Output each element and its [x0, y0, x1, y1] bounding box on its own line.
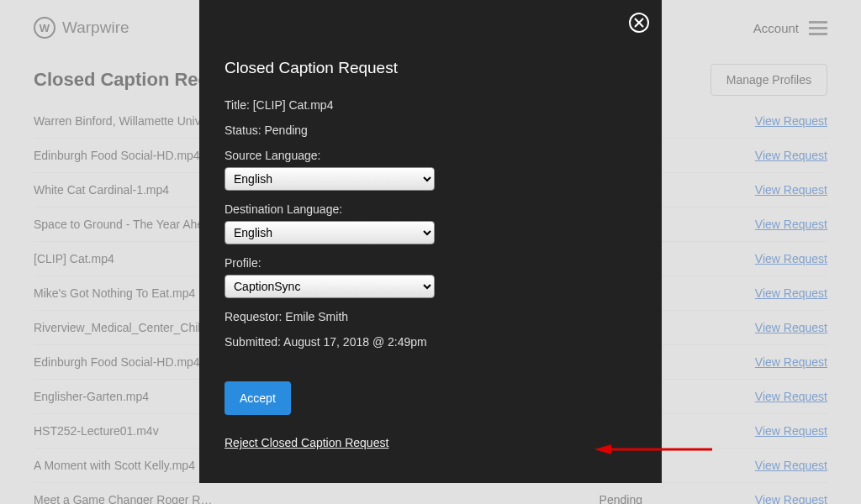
modal-status-line: Status: Pending — [224, 123, 637, 137]
reject-link[interactable]: Reject Closed Caption Request — [224, 436, 388, 449]
accept-button[interactable]: Accept — [224, 381, 291, 415]
modal-title-line: Title: [CLIP] Cat.mp4 — [224, 98, 637, 112]
requestor-line: Requestor: Emile Smith — [224, 310, 637, 323]
destination-language-label: Destination Language: — [224, 202, 637, 216]
svg-marker-4 — [594, 444, 611, 454]
submitted-line: Submitted: August 17, 2018 @ 2:49pm — [224, 335, 637, 349]
profile-label: Profile: — [224, 256, 637, 270]
destination-language-select[interactable]: English — [224, 221, 435, 244]
modal-heading: Closed Caption Request — [224, 59, 637, 77]
close-button[interactable] — [628, 12, 650, 34]
source-language-label: Source Language: — [224, 149, 637, 162]
source-language-select[interactable]: English — [224, 167, 435, 191]
caption-request-modal: Closed Caption Request Title: [CLIP] Cat… — [199, 0, 662, 483]
profile-select[interactable]: CaptionSync — [224, 275, 435, 298]
annotation-arrow — [594, 444, 712, 455]
